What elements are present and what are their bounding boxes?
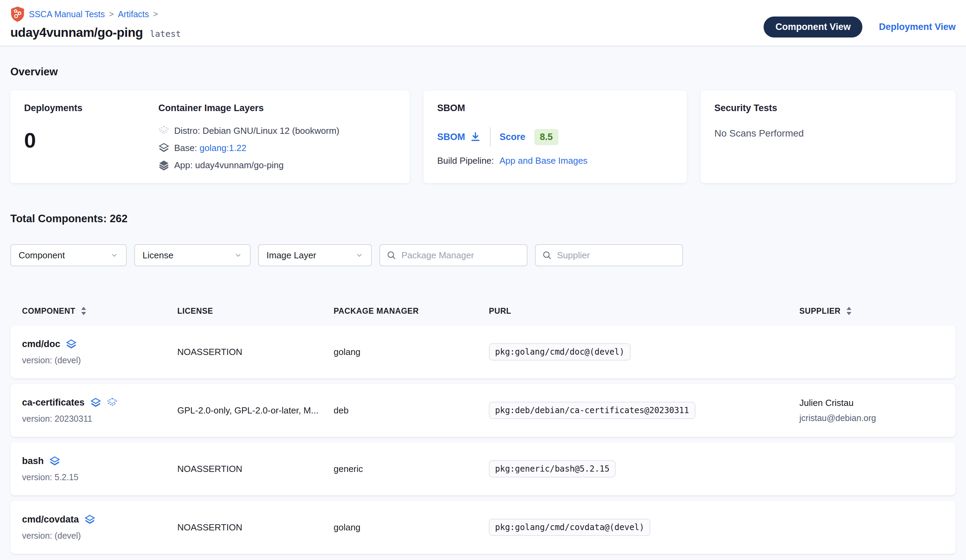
total-components-heading: Total Components: 262 <box>10 213 956 225</box>
package-manager-cell: golang <box>334 522 489 533</box>
security-tests-status: No Scans Performed <box>715 128 942 139</box>
search-icon <box>542 250 552 260</box>
sbom-download-link[interactable]: SBOM <box>437 131 481 142</box>
divider <box>490 127 491 147</box>
download-icon <box>470 131 481 142</box>
license-cell: NOASSERTION <box>177 347 334 357</box>
license-cell: NOASSERTION <box>177 464 334 474</box>
component-version: version: 5.2.15 <box>22 472 177 482</box>
search-icon <box>386 250 397 260</box>
app-value: uday4vunnam/go-ping <box>195 160 284 170</box>
breadcrumb-artifacts-link[interactable]: Artifacts <box>118 9 149 19</box>
build-pipeline-label: Build Pipeline: <box>437 156 494 166</box>
view-toggle: Component View Deployment View <box>764 16 956 38</box>
supplier-search <box>535 244 683 266</box>
package-manager-search-input[interactable] <box>401 250 521 261</box>
layers-app-icon <box>158 160 169 170</box>
main-content: Overview Deployments 0 Container Image L… <box>0 66 966 554</box>
app-layer-row: App: uday4vunnam/go-ping <box>158 160 396 170</box>
base-label: Base: <box>174 143 197 153</box>
image-layer-filter-dropdown[interactable]: Image Layer <box>258 244 372 266</box>
component-name: bash <box>22 456 44 467</box>
breadcrumb: SSCA Manual Tests > Artifacts > <box>10 6 181 22</box>
license-filter-label: License <box>143 250 174 261</box>
sort-icon[interactable] <box>80 306 87 316</box>
ssca-shield-icon <box>10 6 25 22</box>
column-header-component: COMPONENT <box>22 306 177 316</box>
table-row[interactable]: bash version: 5.2.15 NOASSERTION generic… <box>10 442 956 495</box>
purl-chip: pkg:generic/bash@5.2.15 <box>489 460 616 477</box>
supplier-cell: Julien Cristau jcristau@debian.org <box>799 398 944 423</box>
component-version: version: 20230311 <box>22 414 177 424</box>
sbom-title: SBOM <box>437 103 673 113</box>
security-tests-card: Security Tests No Scans Performed <box>701 90 956 183</box>
chevron-down-icon <box>110 251 118 259</box>
layers-base-icon <box>158 142 169 154</box>
column-header-license: LICENSE <box>177 306 334 316</box>
column-header-supplier: SUPPLIER <box>799 306 944 316</box>
supplier-email: jcristau@debian.org <box>799 413 944 423</box>
score-label: Score <box>499 132 525 142</box>
package-manager-cell: generic <box>334 464 489 474</box>
component-filter-label: Component <box>18 250 65 261</box>
sort-icon[interactable] <box>846 306 853 316</box>
license-cell: NOASSERTION <box>177 522 334 533</box>
layers-icon <box>90 397 101 408</box>
deployment-view-link[interactable]: Deployment View <box>879 22 956 32</box>
component-filter-dropdown[interactable]: Component <box>10 244 127 266</box>
package-manager-cell: golang <box>334 347 489 357</box>
layers-dashed-icon <box>107 397 118 408</box>
component-name: cmd/doc <box>22 339 60 349</box>
table-row[interactable]: ca-certificates version: 20230311 GPL-2.… <box>10 384 956 437</box>
filter-bar: Component License Image Layer <box>10 244 956 266</box>
component-name: ca-certificates <box>22 397 85 408</box>
column-header-package-manager: PACKAGE MANAGER <box>334 306 489 316</box>
sbom-download-label: SBOM <box>437 132 465 142</box>
image-layers-title: Container Image Layers <box>158 103 396 113</box>
breadcrumb-project-link[interactable]: SSCA Manual Tests <box>29 9 105 19</box>
top-bar: SSCA Manual Tests > Artifacts > uday4vun… <box>0 0 966 46</box>
overview-cards: Deployments 0 Container Image Layers Dis… <box>10 90 956 183</box>
app-label: App: <box>174 160 193 170</box>
base-layer-row: Base: golang:1.22 <box>158 142 396 154</box>
table-row[interactable]: cmd/doc version: (devel) NOASSERTION gol… <box>10 326 956 378</box>
package-manager-search <box>380 244 527 266</box>
breadcrumb-separator: > <box>153 9 158 19</box>
layers-icon <box>84 514 95 525</box>
purl-chip: pkg:deb/debian/ca-certificates@20230311 <box>489 402 695 419</box>
components-table: COMPONENT LICENSE PACKAGE MANAGER PURL S… <box>10 306 956 554</box>
supplier-name: Julien Cristau <box>799 398 944 408</box>
deployments-and-layers-card: Deployments 0 Container Image Layers Dis… <box>10 90 410 183</box>
sbom-card: SBOM SBOM Score 8.5 Build Pipeline: App … <box>424 90 687 183</box>
component-name: cmd/covdata <box>22 514 79 525</box>
license-filter-dropdown[interactable]: License <box>134 244 251 266</box>
layers-distro-icon <box>158 125 169 136</box>
distro-layer-row: Distro: Debian GNU/Linux 12 (bookworm) <box>158 125 396 136</box>
sbom-score-badge: 8.5 <box>534 129 559 145</box>
component-view-button[interactable]: Component View <box>764 16 863 38</box>
supplier-search-input[interactable] <box>557 250 676 261</box>
component-version: version: (devel) <box>22 355 177 365</box>
deployments-title: Deployments <box>24 103 158 113</box>
artifact-tag-badge: latest <box>150 29 181 39</box>
distro-label: Distro: <box>174 126 200 136</box>
deployments-count: 0 <box>24 128 158 152</box>
base-image-link[interactable]: golang:1.22 <box>200 143 246 153</box>
breadcrumb-separator: > <box>109 9 113 19</box>
purl-chip: pkg:golang/cmd/doc@(devel) <box>489 343 631 360</box>
table-row[interactable]: cmd/covdata version: (devel) NOASSERTION… <box>10 501 956 554</box>
component-version: version: (devel) <box>22 531 177 541</box>
table-header-row: COMPONENT LICENSE PACKAGE MANAGER PURL S… <box>10 306 956 316</box>
overview-heading: Overview <box>10 66 956 78</box>
layers-icon <box>66 339 77 350</box>
layers-icon <box>49 456 60 467</box>
distro-value: Debian GNU/Linux 12 (bookworm) <box>202 126 339 136</box>
page-title: uday4vunnam/go-ping <box>10 25 143 40</box>
purl-chip: pkg:golang/cmd/covdata@(devel) <box>489 519 650 536</box>
column-header-purl: PURL <box>489 306 799 316</box>
package-manager-cell: deb <box>334 405 489 416</box>
security-tests-title: Security Tests <box>715 103 942 113</box>
chevron-down-icon <box>355 251 363 259</box>
license-cell: GPL-2.0-only, GPL-2.0-or-later, M... <box>177 405 334 416</box>
build-pipeline-link[interactable]: App and Base Images <box>499 156 588 166</box>
